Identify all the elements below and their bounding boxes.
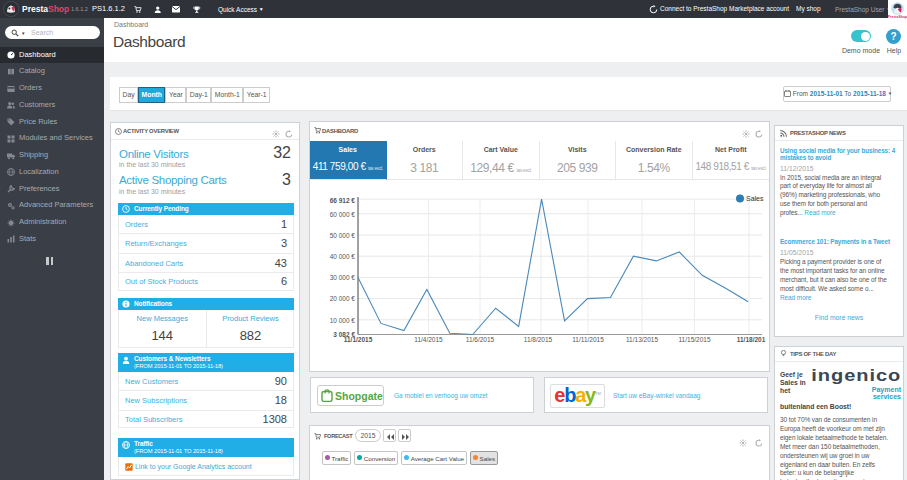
svg-text:Sales: Sales [746,195,764,202]
svg-text:11/13/2015: 11/13/2015 [626,336,658,343]
svg-text:20 000 €: 20 000 € [330,295,356,302]
svg-text:40 000 €: 40 000 € [330,252,356,259]
svg-text:11/11/2015: 11/11/2015 [572,336,604,343]
svg-text:11/4/2015: 11/4/2015 [414,336,443,343]
svg-text:11/6/2015: 11/6/2015 [466,336,495,343]
svg-text:66 912 €: 66 912 € [330,197,356,204]
svg-text:11/1/2015: 11/1/2015 [344,336,373,343]
svg-text:60 000 €: 60 000 € [330,210,356,217]
svg-text:11/8/2015: 11/8/2015 [524,336,553,343]
svg-text:11/18/201: 11/18/201 [737,336,766,343]
svg-text:30 000 €: 30 000 € [330,274,356,281]
svg-text:50 000 €: 50 000 € [330,231,356,238]
svg-text:10 000 €: 10 000 € [330,316,356,323]
svg-text:11/15/2015: 11/15/2015 [678,336,710,343]
